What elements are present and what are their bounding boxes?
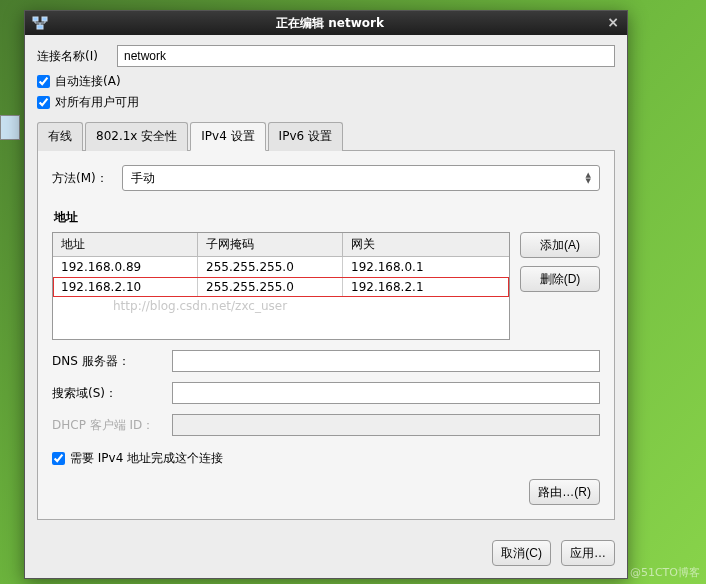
close-icon[interactable]: × [605,15,621,31]
svg-rect-2 [37,25,43,29]
require-ipv4-label: 需要 IPv4 地址完成这个连接 [70,450,223,467]
table-row[interactable]: 192.168.0.89 255.255.255.0 192.168.0.1 [53,257,509,277]
ipv4-panel: 方法(M)： 手动 ▲▼ 地址 地址 子网掩码 网关 192.168.0.89 [37,151,615,520]
network-edit-dialog: 正在编辑 network × 连接名称(I) 自动连接(A) 对所有用户可用 有… [24,10,628,579]
network-icon [31,15,49,31]
all-users-label: 对所有用户可用 [55,94,139,111]
header-netmask[interactable]: 子网掩码 [198,233,343,256]
dialog-body: 连接名称(I) 自动连接(A) 对所有用户可用 有线 802.1x 安全性 IP… [25,35,627,530]
method-label: 方法(M)： [52,170,122,187]
connection-name-label: 连接名称(I) [37,48,117,65]
watermark-text: http://blog.csdn.net/zxc_user [53,299,509,313]
cell-netmask: 255.255.255.0 [198,257,343,277]
dns-label: DNS 服务器： [52,353,172,370]
all-users-checkbox-row[interactable]: 对所有用户可用 [37,94,615,111]
background-window [0,115,20,140]
titlebar[interactable]: 正在编辑 network × [25,11,627,35]
addresses-table[interactable]: 地址 子网掩码 网关 192.168.0.89 255.255.255.0 19… [52,232,510,340]
table-row[interactable]: 192.168.2.10 255.255.255.0 192.168.2.1 [53,277,509,297]
auto-connect-checkbox[interactable] [37,75,50,88]
window-title: 正在编辑 network [55,15,605,32]
cell-address: 192.168.2.10 [53,277,198,297]
delete-button[interactable]: 删除(D) [520,266,600,292]
auto-connect-label: 自动连接(A) [55,73,121,90]
all-users-checkbox[interactable] [37,96,50,109]
select-arrows-icon: ▲▼ [586,172,591,184]
require-ipv4-row[interactable]: 需要 IPv4 地址完成这个连接 [52,450,600,467]
header-address[interactable]: 地址 [53,233,198,256]
require-ipv4-checkbox[interactable] [52,452,65,465]
addresses-section-label: 地址 [54,209,600,226]
cell-gateway: 192.168.0.1 [343,257,509,277]
header-gateway[interactable]: 网关 [343,233,509,256]
search-domain-label: 搜索域(S)： [52,385,172,402]
auto-connect-checkbox-row[interactable]: 自动连接(A) [37,73,615,90]
connection-name-input[interactable] [117,45,615,67]
table-header: 地址 子网掩码 网关 [53,233,509,257]
connection-name-row: 连接名称(I) [37,45,615,67]
tab-ipv4[interactable]: IPv4 设置 [190,122,265,151]
search-domain-input[interactable] [172,382,600,404]
cancel-button[interactable]: 取消(C) [492,540,551,566]
tab-ipv6[interactable]: IPv6 设置 [268,122,343,151]
routes-button[interactable]: 路由…(R) [529,479,600,505]
attribution-watermark: @51CTO博客 [630,565,700,580]
svg-rect-1 [42,17,47,21]
tab-wired[interactable]: 有线 [37,122,83,151]
cell-netmask: 255.255.255.0 [198,277,343,297]
apply-button[interactable]: 应用… [561,540,615,566]
cell-address: 192.168.0.89 [53,257,198,277]
cell-gateway: 192.168.2.1 [343,277,509,297]
dhcp-client-id-label: DHCP 客户端 ID： [52,417,172,434]
dialog-footer: 取消(C) 应用… [25,530,627,578]
tab-bar: 有线 802.1x 安全性 IPv4 设置 IPv6 设置 [37,121,615,151]
tab-security[interactable]: 802.1x 安全性 [85,122,188,151]
method-value: 手动 [131,170,155,187]
add-button[interactable]: 添加(A) [520,232,600,258]
dhcp-client-id-input [172,414,600,436]
svg-rect-0 [33,17,38,21]
method-select[interactable]: 手动 ▲▼ [122,165,600,191]
dns-input[interactable] [172,350,600,372]
